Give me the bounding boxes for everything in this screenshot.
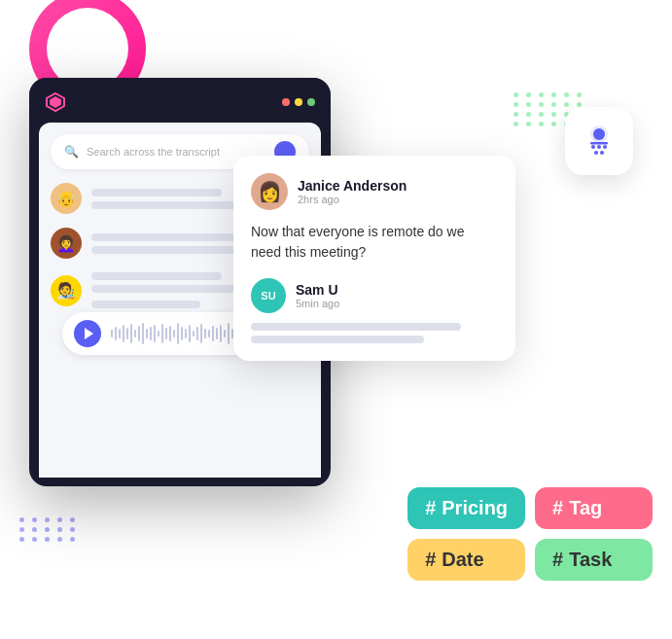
play-button[interactable]: [74, 320, 101, 347]
svg-point-6: [603, 145, 607, 149]
svg-point-3: [593, 128, 605, 140]
icon-card: [565, 107, 633, 175]
tag-tag[interactable]: # Tag: [535, 487, 653, 529]
svg-point-5: [597, 145, 601, 149]
user2-name: Sam U: [296, 282, 339, 298]
svg-marker-1: [50, 96, 61, 108]
app-logo: [45, 91, 66, 113]
tag-date[interactable]: # Date: [407, 539, 525, 581]
tag-task-hash: #: [552, 549, 563, 571]
tag-pricing-hash: #: [425, 497, 436, 519]
chat-message-text: Now that everyone is remote do we need t…: [251, 222, 498, 263]
avatar-3: 🧑‍🎨: [51, 275, 82, 306]
user1-name: Janice Anderson: [298, 178, 407, 194]
chat-user1-header: 👩 Janice Anderson 2hrs ago: [251, 173, 498, 210]
user1-avatar: 👩: [251, 173, 288, 210]
header-dots: [282, 98, 315, 106]
tag-tag-label: Tag: [569, 497, 602, 519]
tag-task[interactable]: # Task: [535, 539, 653, 581]
decorative-dots-bottom-left: [19, 517, 78, 542]
shower-icon: [579, 121, 619, 161]
tag-pricing[interactable]: # Pricing: [407, 487, 525, 529]
chat-user2-header: SU Sam U 5min ago: [251, 278, 498, 313]
tag-pricing-label: Pricing: [442, 497, 508, 519]
search-icon: 🔍: [64, 145, 79, 159]
svg-point-8: [600, 151, 604, 155]
avatar-2: 👩‍🦱: [51, 228, 82, 259]
avatar-1: 👴: [51, 183, 82, 214]
tag-tag-hash: #: [552, 497, 563, 519]
user2-message-lines: [251, 323, 498, 343]
tag-task-label: Task: [569, 549, 612, 571]
app-card-header: [29, 78, 331, 123]
play-icon: [85, 328, 93, 339]
user1-time: 2hrs ago: [298, 194, 407, 205]
user2-info: Sam U 5min ago: [296, 282, 339, 309]
chat-card: 👩 Janice Anderson 2hrs ago Now that ever…: [233, 156, 515, 361]
svg-point-4: [591, 145, 595, 149]
user2-avatar: SU: [251, 278, 286, 313]
svg-rect-9: [590, 142, 608, 145]
search-placeholder-text: Search across the transcript: [87, 146, 266, 158]
tags-container: # Pricing # Tag # Date # Task: [407, 487, 653, 581]
tag-date-label: Date: [442, 549, 483, 571]
svg-point-7: [594, 151, 598, 155]
user1-info: Janice Anderson 2hrs ago: [298, 178, 407, 205]
user2-time: 5min ago: [296, 298, 339, 309]
tag-date-hash: #: [425, 549, 436, 571]
